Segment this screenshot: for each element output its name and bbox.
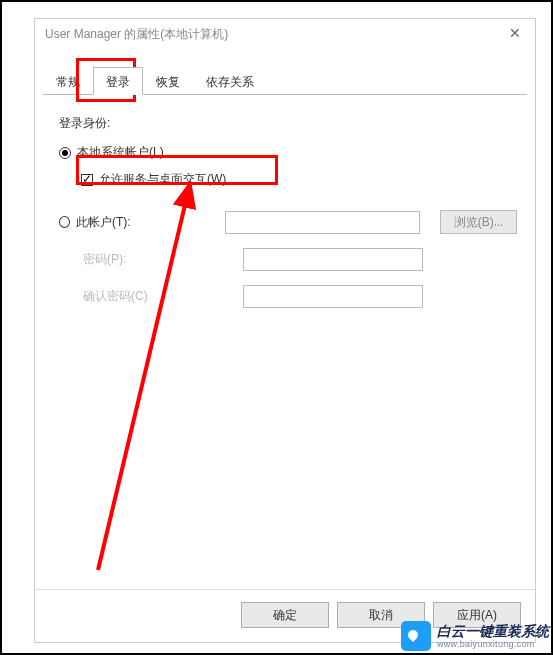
tab-content-logon: 登录身份: 本地系统帐户(L) 允许服务与桌面交互(W) 此帐户(T): 浏览(…: [59, 115, 517, 582]
checkbox-allow-interact[interactable]: [81, 174, 93, 186]
window-title: User Manager 的属性(本地计算机): [45, 26, 228, 43]
tab-general[interactable]: 常规: [43, 67, 93, 95]
row-confirm-password: 确认密码(C): [59, 285, 517, 308]
ok-button[interactable]: 确定: [241, 602, 329, 628]
input-this-account[interactable]: [225, 211, 420, 234]
radio-local-system-label: 本地系统帐户(L): [77, 144, 164, 161]
browse-button[interactable]: 浏览(B)...: [440, 210, 517, 234]
watermark-text: 白云一键重装系统: [437, 624, 549, 639]
tab-logon[interactable]: 登录: [93, 67, 143, 95]
button-bar-divider: [35, 589, 535, 590]
label-confirm-password: 确认密码(C): [59, 288, 179, 305]
tab-recovery[interactable]: 恢复: [143, 67, 193, 95]
checkbox-allow-interact-label: 允许服务与桌面交互(W): [99, 171, 226, 188]
radio-local-system-row[interactable]: 本地系统帐户(L): [59, 144, 517, 161]
radio-this-account-label: 此帐户(T):: [76, 214, 180, 231]
checkbox-allow-interact-row[interactable]: 允许服务与桌面交互(W): [81, 171, 517, 188]
radio-this-account-row[interactable]: 此帐户(T): 浏览(B)...: [59, 210, 517, 234]
tab-dependencies[interactable]: 依存关系: [193, 67, 267, 95]
tab-strip: 常规 登录 恢复 依存关系: [43, 67, 267, 95]
input-password[interactable]: [243, 248, 423, 271]
input-confirm-password[interactable]: [243, 285, 423, 308]
titlebar: User Manager 的属性(本地计算机) ✕: [35, 19, 535, 49]
label-password: 密码(P):: [59, 251, 179, 268]
radio-local-system[interactable]: [59, 147, 71, 159]
watermark-logo-icon: [401, 621, 431, 651]
watermark: 白云一键重装系统 www.baiyunxitong.com: [401, 621, 549, 651]
properties-dialog: User Manager 的属性(本地计算机) ✕ 常规 登录 恢复 依存关系 …: [34, 18, 536, 643]
radio-this-account[interactable]: [59, 216, 70, 228]
watermark-url: www.baiyunxitong.com: [437, 639, 549, 649]
row-password: 密码(P):: [59, 248, 517, 271]
close-icon[interactable]: ✕: [503, 23, 527, 43]
label-logon-as: 登录身份:: [59, 115, 517, 132]
